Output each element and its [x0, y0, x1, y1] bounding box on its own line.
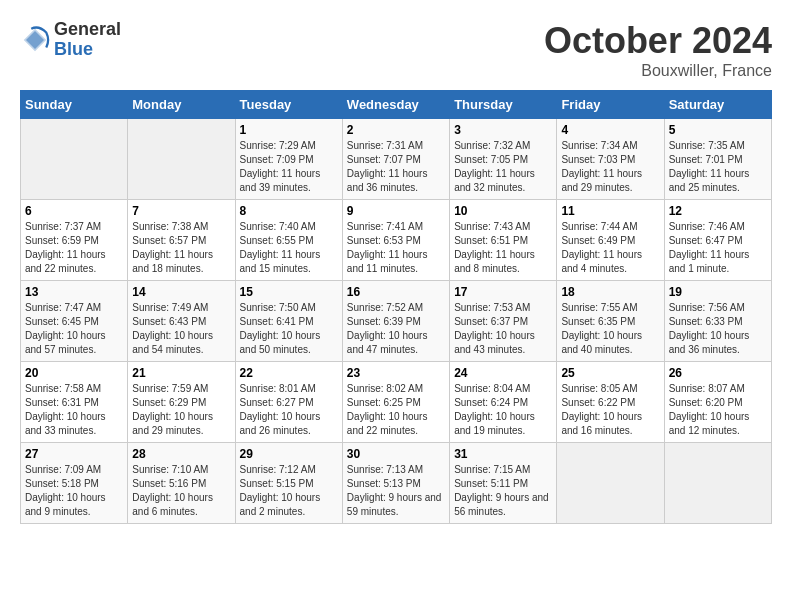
day-number: 14 [132, 285, 230, 299]
calendar-day-cell: 10Sunrise: 7:43 AMSunset: 6:51 PMDayligh… [450, 200, 557, 281]
calendar-day-cell: 30Sunrise: 7:13 AMSunset: 5:13 PMDayligh… [342, 443, 449, 524]
day-info: Sunrise: 8:07 AMSunset: 6:20 PMDaylight:… [669, 382, 767, 438]
day-number: 21 [132, 366, 230, 380]
title-block: October 2024 Bouxwiller, France [544, 20, 772, 80]
day-info: Sunrise: 8:04 AMSunset: 6:24 PMDaylight:… [454, 382, 552, 438]
day-info: Sunrise: 7:46 AMSunset: 6:47 PMDaylight:… [669, 220, 767, 276]
day-info: Sunrise: 7:41 AMSunset: 6:53 PMDaylight:… [347, 220, 445, 276]
weekday-header: Monday [128, 91, 235, 119]
calendar-day-cell: 2Sunrise: 7:31 AMSunset: 7:07 PMDaylight… [342, 119, 449, 200]
calendar-day-cell: 11Sunrise: 7:44 AMSunset: 6:49 PMDayligh… [557, 200, 664, 281]
calendar-day-cell: 1Sunrise: 7:29 AMSunset: 7:09 PMDaylight… [235, 119, 342, 200]
calendar-day-cell: 24Sunrise: 8:04 AMSunset: 6:24 PMDayligh… [450, 362, 557, 443]
weekday-header: Thursday [450, 91, 557, 119]
day-number: 20 [25, 366, 123, 380]
calendar-day-cell: 3Sunrise: 7:32 AMSunset: 7:05 PMDaylight… [450, 119, 557, 200]
month-title: October 2024 [544, 20, 772, 62]
day-number: 1 [240, 123, 338, 137]
calendar-week-row: 6Sunrise: 7:37 AMSunset: 6:59 PMDaylight… [21, 200, 772, 281]
page-header: General Blue October 2024 Bouxwiller, Fr… [20, 20, 772, 80]
day-number: 27 [25, 447, 123, 461]
calendar-day-cell: 19Sunrise: 7:56 AMSunset: 6:33 PMDayligh… [664, 281, 771, 362]
day-info: Sunrise: 7:52 AMSunset: 6:39 PMDaylight:… [347, 301, 445, 357]
day-number: 25 [561, 366, 659, 380]
day-info: Sunrise: 7:53 AMSunset: 6:37 PMDaylight:… [454, 301, 552, 357]
weekday-header: Tuesday [235, 91, 342, 119]
day-info: Sunrise: 7:31 AMSunset: 7:07 PMDaylight:… [347, 139, 445, 195]
day-number: 5 [669, 123, 767, 137]
day-number: 2 [347, 123, 445, 137]
day-info: Sunrise: 8:02 AMSunset: 6:25 PMDaylight:… [347, 382, 445, 438]
day-info: Sunrise: 7:49 AMSunset: 6:43 PMDaylight:… [132, 301, 230, 357]
day-info: Sunrise: 7:47 AMSunset: 6:45 PMDaylight:… [25, 301, 123, 357]
calendar-day-cell [557, 443, 664, 524]
calendar-day-cell: 7Sunrise: 7:38 AMSunset: 6:57 PMDaylight… [128, 200, 235, 281]
day-info: Sunrise: 7:12 AMSunset: 5:15 PMDaylight:… [240, 463, 338, 519]
calendar-day-cell: 18Sunrise: 7:55 AMSunset: 6:35 PMDayligh… [557, 281, 664, 362]
calendar-day-cell [128, 119, 235, 200]
day-info: Sunrise: 7:35 AMSunset: 7:01 PMDaylight:… [669, 139, 767, 195]
day-info: Sunrise: 7:37 AMSunset: 6:59 PMDaylight:… [25, 220, 123, 276]
calendar-day-cell: 4Sunrise: 7:34 AMSunset: 7:03 PMDaylight… [557, 119, 664, 200]
calendar-day-cell: 26Sunrise: 8:07 AMSunset: 6:20 PMDayligh… [664, 362, 771, 443]
calendar-day-cell: 27Sunrise: 7:09 AMSunset: 5:18 PMDayligh… [21, 443, 128, 524]
header-row: SundayMondayTuesdayWednesdayThursdayFrid… [21, 91, 772, 119]
day-info: Sunrise: 7:55 AMSunset: 6:35 PMDaylight:… [561, 301, 659, 357]
calendar-week-row: 27Sunrise: 7:09 AMSunset: 5:18 PMDayligh… [21, 443, 772, 524]
day-number: 24 [454, 366, 552, 380]
day-info: Sunrise: 7:43 AMSunset: 6:51 PMDaylight:… [454, 220, 552, 276]
day-info: Sunrise: 7:10 AMSunset: 5:16 PMDaylight:… [132, 463, 230, 519]
logo-blue: Blue [54, 40, 121, 60]
day-number: 23 [347, 366, 445, 380]
calendar-week-row: 20Sunrise: 7:58 AMSunset: 6:31 PMDayligh… [21, 362, 772, 443]
day-number: 11 [561, 204, 659, 218]
day-number: 26 [669, 366, 767, 380]
calendar-week-row: 13Sunrise: 7:47 AMSunset: 6:45 PMDayligh… [21, 281, 772, 362]
day-info: Sunrise: 7:34 AMSunset: 7:03 PMDaylight:… [561, 139, 659, 195]
day-number: 7 [132, 204, 230, 218]
weekday-header: Saturday [664, 91, 771, 119]
day-info: Sunrise: 7:29 AMSunset: 7:09 PMDaylight:… [240, 139, 338, 195]
calendar-day-cell [664, 443, 771, 524]
day-info: Sunrise: 7:13 AMSunset: 5:13 PMDaylight:… [347, 463, 445, 519]
calendar-day-cell [21, 119, 128, 200]
logo-general: General [54, 20, 121, 40]
weekday-header: Sunday [21, 91, 128, 119]
calendar-day-cell: 17Sunrise: 7:53 AMSunset: 6:37 PMDayligh… [450, 281, 557, 362]
logo-icon [20, 25, 50, 55]
calendar-day-cell: 12Sunrise: 7:46 AMSunset: 6:47 PMDayligh… [664, 200, 771, 281]
location: Bouxwiller, France [544, 62, 772, 80]
day-info: Sunrise: 7:59 AMSunset: 6:29 PMDaylight:… [132, 382, 230, 438]
calendar-day-cell: 23Sunrise: 8:02 AMSunset: 6:25 PMDayligh… [342, 362, 449, 443]
calendar-day-cell: 22Sunrise: 8:01 AMSunset: 6:27 PMDayligh… [235, 362, 342, 443]
day-info: Sunrise: 7:38 AMSunset: 6:57 PMDaylight:… [132, 220, 230, 276]
calendar-week-row: 1Sunrise: 7:29 AMSunset: 7:09 PMDaylight… [21, 119, 772, 200]
day-number: 13 [25, 285, 123, 299]
calendar-day-cell: 29Sunrise: 7:12 AMSunset: 5:15 PMDayligh… [235, 443, 342, 524]
day-number: 16 [347, 285, 445, 299]
calendar-day-cell: 5Sunrise: 7:35 AMSunset: 7:01 PMDaylight… [664, 119, 771, 200]
logo: General Blue [20, 20, 121, 60]
calendar-table: SundayMondayTuesdayWednesdayThursdayFrid… [20, 90, 772, 524]
calendar-day-cell: 15Sunrise: 7:50 AMSunset: 6:41 PMDayligh… [235, 281, 342, 362]
calendar-day-cell: 9Sunrise: 7:41 AMSunset: 6:53 PMDaylight… [342, 200, 449, 281]
day-number: 29 [240, 447, 338, 461]
day-number: 10 [454, 204, 552, 218]
calendar-day-cell: 16Sunrise: 7:52 AMSunset: 6:39 PMDayligh… [342, 281, 449, 362]
day-info: Sunrise: 7:15 AMSunset: 5:11 PMDaylight:… [454, 463, 552, 519]
calendar-day-cell: 21Sunrise: 7:59 AMSunset: 6:29 PMDayligh… [128, 362, 235, 443]
day-number: 8 [240, 204, 338, 218]
weekday-header: Wednesday [342, 91, 449, 119]
day-info: Sunrise: 7:56 AMSunset: 6:33 PMDaylight:… [669, 301, 767, 357]
day-info: Sunrise: 7:09 AMSunset: 5:18 PMDaylight:… [25, 463, 123, 519]
calendar-day-cell: 25Sunrise: 8:05 AMSunset: 6:22 PMDayligh… [557, 362, 664, 443]
day-number: 28 [132, 447, 230, 461]
day-number: 12 [669, 204, 767, 218]
day-number: 30 [347, 447, 445, 461]
day-number: 9 [347, 204, 445, 218]
day-number: 19 [669, 285, 767, 299]
calendar-day-cell: 13Sunrise: 7:47 AMSunset: 6:45 PMDayligh… [21, 281, 128, 362]
day-number: 3 [454, 123, 552, 137]
day-number: 18 [561, 285, 659, 299]
day-info: Sunrise: 7:40 AMSunset: 6:55 PMDaylight:… [240, 220, 338, 276]
